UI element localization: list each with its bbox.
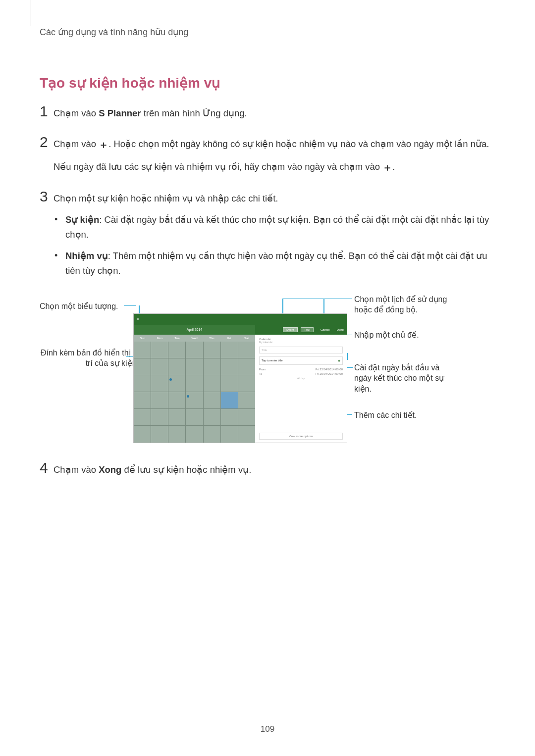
calendar-sub: My calendar [259,341,343,344]
day-label: Mon [151,335,168,342]
time-fields[interactable]: FromFri 25/04/2014 08:00 ToFri 25/04/201… [259,368,343,380]
steps-list: 1 Chạm vào S Planner trên màn hình Ứng d… [40,106,495,484]
plus-icon: ＋ [99,137,108,152]
location-field[interactable]: Tap to enter title ⎈ [259,356,343,365]
bullet2-label: Nhiệm vụ [65,251,108,261]
breadcrumb: Các ứng dụng và tính năng hữu dụng [40,27,495,38]
step1-bold: S Planner [99,108,141,118]
cancel-button[interactable]: Cancel [321,328,330,331]
allday-label: All day [259,377,343,380]
step2-p2-pre: Nếu ngày đã lưu các sự kiện và nhiệm vụ … [54,161,382,172]
step4-post: để lưu sự kiện hoặc nhiệm vụ. [121,464,251,475]
page-title: Tạo sự kiện hoặc nhiệm vụ [40,75,495,91]
list-item: Nhiệm vụ: Thêm một nhiệm vụ cần thực hiệ… [65,249,495,278]
step2-p1-pre: Chạm vào [54,139,99,149]
to-label: To [259,372,262,375]
step-2: 2 Chạm vào ＋. Hoặc chọn một ngày không c… [40,137,495,182]
device-screenshot: ≡ April 2014 Sun Mon Tue Wed Thu Fri Sat [134,314,347,443]
callout-line [323,299,352,300]
device-statusbar: ≡ [134,314,347,325]
device-panel-header: Event Task Cancel Done [255,325,347,335]
callout-select-calendar: Chọn một lịch để sử dụng hoặc để đồng bộ… [354,294,453,315]
view-more-button[interactable]: View more options [259,433,343,440]
callout-enter-title: Nhập một chủ đề. [354,330,419,341]
step-number: 1 [40,104,54,119]
day-label: Wed [186,335,203,342]
to-value: Fri 25/04/2014 09:00 [316,372,343,375]
day-label: Sat [238,335,255,342]
device-event-panel: Event Task Cancel Done Calendar My calen… [255,325,347,443]
figure: Chọn một biểu tượng. Đính kèm bản đồ hiể… [40,294,495,448]
status-icon: ≡ [137,317,139,321]
location-placeholder: Tap to enter title [262,359,283,362]
day-label: Tue [168,335,186,342]
list-item: Sự kiện: Cài đặt ngày bắt đầu và kết thú… [65,212,495,242]
page-number: 109 [0,724,535,734]
step-3: 3 Chọn một sự kiện hoặc nhiệm vụ và nhập… [40,191,495,285]
tab-task[interactable]: Task [301,327,314,332]
callout-more-details: Thêm các chi tiết. [354,410,417,421]
step-4: 4 Chạm vào Xong để lưu sự kiện hoặc nhiệ… [40,462,495,484]
day-label: Thu [203,335,220,342]
step-number: 3 [40,189,54,204]
tab-event[interactable]: Event [283,327,297,332]
step4-bold: Xong [99,464,121,475]
bullet2-text: : Thêm một nhiệm vụ cần thực hiện vào mộ… [65,251,487,276]
title-field[interactable]: Title [259,347,343,353]
step1-pre: Chạm vào [54,108,99,118]
step-number: 2 [40,135,54,150]
step1-post: trên màn hình Ứng dụng. [141,108,247,118]
step-number: 4 [40,460,54,475]
callout-set-dates: Cài đặt ngày bắt đầu và ngày kết thúc ch… [354,362,453,395]
step-1: 1 Chạm vào S Planner trên màn hình Ứng d… [40,106,495,128]
day-label: Fri [220,335,238,342]
done-button[interactable]: Done [337,328,344,331]
location-pin-icon[interactable]: ⎈ [338,358,340,363]
plus-icon: ＋ [382,159,392,175]
bullet1-label: Sự kiện [65,214,99,225]
from-label: From [259,368,266,371]
device-day-header: Sun Mon Tue Wed Thu Fri Sat [134,335,255,342]
bullet1-text: : Cài đặt ngày bắt đầu và kết thúc cho m… [65,214,489,240]
callout-line [282,299,283,315]
callout-line [282,299,323,300]
callout-line [124,305,136,306]
step3-intro: Chọn một sự kiện hoặc nhiệm vụ và nhập c… [54,191,495,206]
side-rule [31,0,31,26]
callout-attach-map: Đính kèm bản đồ hiển thị vị trí của sự k… [40,348,139,369]
step4-pre: Chạm vào [54,464,99,475]
from-value: Fri 25/04/2014 08:00 [316,368,343,371]
device-month: April 2014 [134,325,255,335]
step2-p1-post: . Hoặc chọn một ngày không có sự kiện ho… [108,139,489,149]
day-label: Sun [134,335,151,342]
device-calendar: April 2014 Sun Mon Tue Wed Thu Fri Sat [134,325,255,443]
step2-p2-post: . [392,161,395,172]
callout-line [347,367,353,368]
callout-select-icon: Chọn một biểu tượng. [40,301,118,312]
device-calendar-grid [134,342,255,443]
